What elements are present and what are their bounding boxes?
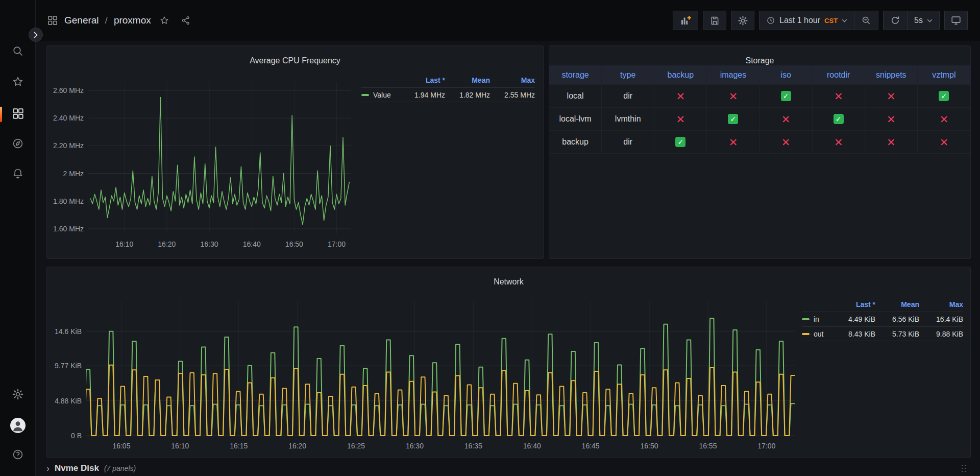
storage-col-header-images[interactable]: images bbox=[707, 65, 760, 85]
panel-title[interactable]: Network bbox=[47, 277, 970, 287]
breadcrumb-separator: / bbox=[105, 15, 108, 26]
search-icon[interactable] bbox=[12, 45, 24, 59]
legend-row-Value[interactable]: Value1.94 MHz1.82 MHz2.55 MHz bbox=[361, 87, 535, 102]
settings-gear-icon[interactable] bbox=[12, 388, 24, 402]
storage-col-header-iso[interactable]: iso bbox=[760, 65, 813, 85]
x-axis-label: 16:20 bbox=[288, 442, 306, 450]
refresh-button[interactable] bbox=[884, 11, 907, 30]
cross-icon: ✕ bbox=[887, 114, 896, 125]
sidebar bbox=[0, 0, 36, 476]
zoom-out-button[interactable] bbox=[854, 11, 878, 30]
storage-flag-cell: ✕ bbox=[707, 85, 760, 108]
x-axis-label: 16:55 bbox=[699, 442, 717, 450]
storage-col-header-vztmpl[interactable]: vztmpl bbox=[918, 65, 970, 85]
breadcrumb-page[interactable]: proxmox bbox=[114, 15, 151, 26]
series-name: Value bbox=[373, 91, 391, 99]
collapsed-row-nvme-disk[interactable]: › Nvme Disk (7 panels) bbox=[46, 461, 971, 476]
help-icon[interactable] bbox=[12, 448, 24, 463]
user-avatar[interactable] bbox=[10, 418, 26, 433]
timezone-badge: CST bbox=[824, 17, 838, 25]
storage-col-header-rootdir[interactable]: rootdir bbox=[813, 65, 865, 85]
dashboard-settings-button[interactable] bbox=[731, 11, 754, 30]
legend-stat-value: 8.43 KiB bbox=[831, 330, 875, 338]
panel-title[interactable]: Average CPU Frequency bbox=[47, 56, 543, 65]
legend-stat-value: 6.56 KiB bbox=[875, 315, 919, 323]
kiosk-mode-button[interactable] bbox=[944, 11, 968, 30]
x-axis-label: 17:00 bbox=[328, 240, 346, 248]
storage-type-cell: dir bbox=[602, 85, 654, 108]
breadcrumb-section[interactable]: General bbox=[64, 15, 99, 26]
cross-icon: ✕ bbox=[729, 91, 738, 102]
save-dashboard-button[interactable] bbox=[703, 11, 726, 30]
storage-flag-cell: ✓ bbox=[707, 108, 760, 131]
legend-stat-header[interactable]: Mean bbox=[875, 300, 919, 308]
y-axis-label: 2 MHz bbox=[63, 170, 84, 178]
y-axis-label: 2.20 MHz bbox=[53, 141, 84, 150]
storage-col-header-type[interactable]: type bbox=[602, 65, 654, 85]
apps-grid-icon bbox=[47, 15, 58, 26]
refresh-group: 5s bbox=[883, 11, 940, 30]
caret-down-icon bbox=[927, 19, 933, 22]
storage-col-header-storage[interactable]: storage bbox=[549, 65, 602, 85]
time-range-picker[interactable]: Last 1 hour CST bbox=[760, 11, 854, 30]
storage-flag-cell: ✕ bbox=[918, 131, 970, 154]
y-axis-label: 2.40 MHz bbox=[53, 114, 84, 122]
refresh-interval-picker[interactable]: 5s bbox=[907, 11, 939, 30]
storage-flag-cell: ✕ bbox=[865, 85, 918, 108]
legend-stat-value: 9.88 KiB bbox=[919, 330, 963, 338]
starred-dashboards-icon[interactable] bbox=[12, 76, 24, 90]
x-axis-label: 16:25 bbox=[347, 442, 365, 450]
x-axis-label: 16:40 bbox=[523, 442, 541, 450]
legend-stat-value: 4.49 KiB bbox=[831, 315, 875, 323]
panel-network: Network 16:0516:1016:1516:2016:2516:3016… bbox=[46, 267, 971, 458]
series-swatch-icon bbox=[361, 94, 369, 96]
legend-stat-header[interactable]: Max bbox=[919, 300, 963, 308]
legend-row-in[interactable]: in4.49 KiB6.56 KiB16.4 KiB bbox=[802, 312, 963, 326]
network-legend: Last *MeanMaxin4.49 KiB6.56 KiB16.4 KiBo… bbox=[802, 297, 963, 341]
legend-stat-header[interactable]: Mean bbox=[445, 76, 490, 84]
series-name: out bbox=[814, 330, 823, 338]
panel-title[interactable]: Storage bbox=[549, 56, 970, 65]
check-icon: ✓ bbox=[939, 91, 949, 101]
top-nav: General / proxmox bbox=[0, 0, 980, 41]
check-icon: ✓ bbox=[781, 91, 791, 101]
cross-icon: ✕ bbox=[834, 137, 843, 148]
legend-row-out[interactable]: out8.43 KiB5.73 KiB9.88 KiB bbox=[802, 326, 963, 341]
legend-stat-header[interactable]: Last * bbox=[400, 76, 445, 84]
storage-flag-cell: ✕ bbox=[813, 131, 865, 154]
storage-col-header-snippets[interactable]: snippets bbox=[865, 65, 918, 85]
storage-col-header-backup[interactable]: backup bbox=[654, 65, 707, 85]
legend-stat-header[interactable]: Max bbox=[490, 76, 535, 84]
time-range-label: Last 1 hour bbox=[779, 16, 820, 25]
x-axis-label: 16:15 bbox=[230, 442, 248, 450]
storage-type-cell: dir bbox=[602, 131, 654, 154]
y-axis-label: 1.60 MHz bbox=[53, 225, 84, 233]
star-outline-icon[interactable] bbox=[159, 15, 169, 26]
storage-flag-cell: ✕ bbox=[654, 85, 707, 108]
network-chart[interactable]: 16:0516:1016:1516:2016:2516:3016:3516:40… bbox=[47, 267, 971, 459]
explore-compass-icon[interactable] bbox=[12, 137, 24, 152]
storage-flag-cell: ✓ bbox=[760, 85, 813, 108]
x-axis-label: 16:10 bbox=[171, 442, 189, 450]
y-axis-label: 14.6 KiB bbox=[55, 327, 82, 336]
legend-stat-value: 5.73 KiB bbox=[875, 330, 919, 338]
storage-name-cell: local-lvm bbox=[549, 108, 602, 131]
share-icon[interactable] bbox=[181, 15, 191, 26]
storage-flag-cell: ✓ bbox=[813, 108, 865, 131]
add-panel-button[interactable] bbox=[673, 11, 698, 30]
legend-stat-value: 1.94 MHz bbox=[400, 91, 445, 99]
time-picker-group: Last 1 hour CST bbox=[759, 11, 878, 30]
row-drag-handle[interactable] bbox=[961, 464, 967, 473]
cross-icon: ✕ bbox=[887, 137, 896, 148]
storage-table: storagetypebackupimagesisorootdirsnippet… bbox=[549, 65, 970, 154]
alerting-bell-icon[interactable] bbox=[12, 168, 24, 182]
legend-stat-header[interactable]: Last * bbox=[831, 300, 875, 308]
storage-flag-cell: ✓ bbox=[918, 85, 970, 108]
y-axis-label: 9.77 KiB bbox=[55, 362, 82, 370]
sidebar-expand-button[interactable] bbox=[29, 28, 43, 42]
legend-stat-value: 2.55 MHz bbox=[490, 91, 535, 99]
row-title: Nvme Disk bbox=[55, 463, 99, 473]
sidebar-active-indicator bbox=[0, 107, 2, 122]
dashboards-icon[interactable] bbox=[12, 107, 24, 122]
cross-icon: ✕ bbox=[676, 114, 685, 125]
